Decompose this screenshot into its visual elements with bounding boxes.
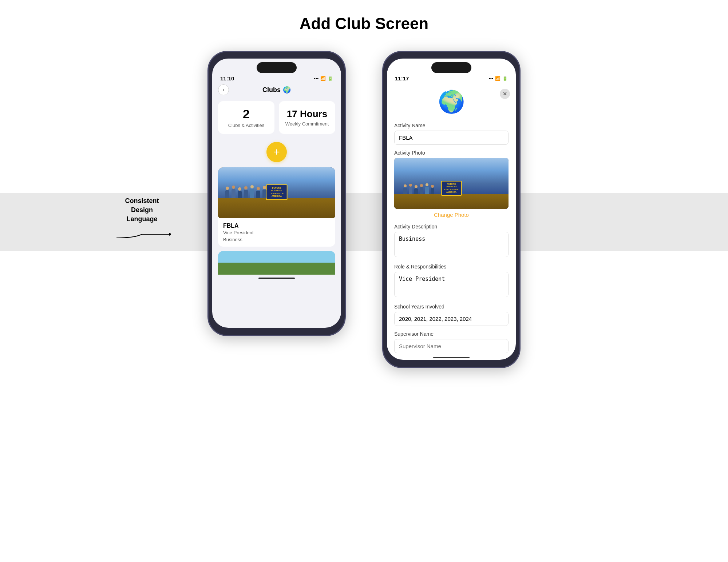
people-group-right [403,183,434,194]
add-button-container: + [212,138,341,167]
school-years-label: School Years Involved [394,304,509,310]
club-photo-left: FUTURE BUSINESS LEADERS OF AMERICA [218,167,335,218]
close-button[interactable]: ✕ [500,89,510,99]
role-input[interactable]: Vice President [394,272,509,297]
signal-icon-right: ▪▪▪ [488,76,493,81]
floor [218,198,335,218]
club-category: Business [223,237,330,242]
banner-line2: BUSINESS [270,190,284,192]
wifi-icon-right: 📶 [495,76,500,81]
hours-number: 17 Hours [287,108,327,120]
supervisor-name-label: Supervisor Name [394,331,509,337]
fbla-banner-right: FUTURE BUSINESS LEADERS OF AMERICA [441,181,462,196]
plus-icon: + [273,146,280,158]
activity-description-input[interactable]: Business [394,232,509,257]
right-phone-wrapper: 11:17 ▪▪▪ 📶 🔋 🌍 ✕ Activity Name [382,51,521,368]
clubs-stat-card: 2 Clubs & Activities [218,101,274,134]
activity-name-label: Activity Name [394,123,509,128]
add-club-form: Activity Name Activity Photo FUTURE BUSI… [387,123,516,353]
svg-marker-0 [169,233,171,236]
club-role: Vice President [223,230,330,235]
floor-right [394,194,509,209]
banner-line3: LEADERS OF [270,192,284,195]
nav-bar-left: ‹ Clubs 🌍 [212,83,341,97]
hours-label: Weekly Commitment [285,121,329,127]
banner-line4: AMERICA [270,195,284,198]
role-label: Role & Responsibilities [394,264,509,270]
club-name: FBLA [223,223,330,229]
signal-icon: ▪▪▪ [314,76,318,81]
status-icons-right: ▪▪▪ 📶 🔋 [488,76,508,81]
dynamic-island-right [431,62,471,73]
phones-container: ConsistentDesignLanguage 11:10 ▪▪▪ 📶 [0,51,728,368]
wifi-icon: 📶 [320,76,326,81]
nav-title-text: Clubs [262,86,281,94]
globe-emoji-nav: 🌍 [283,86,291,94]
battery-icon-right: 🔋 [502,76,508,81]
club-card-fbla[interactable]: FUTURE BUSINESS LEADERS OF AMERICA [218,167,335,247]
bottom-image-teaser [218,251,335,275]
arrow-svg [113,227,171,242]
activity-photo-label: Activity Photo [394,150,509,156]
home-bar [258,278,295,279]
hours-stat-card: 17 Hours Weekly Commitment [279,101,335,134]
clubs-label: Clubs & Activities [228,123,265,128]
club-info: FBLA Vice President Business [218,218,335,247]
nav-title: Clubs 🌍 [262,86,291,94]
school-years-input[interactable] [394,312,509,326]
status-icons-left: ▪▪▪ 📶 🔋 [314,76,333,81]
add-club-button[interactable]: + [266,142,287,162]
dynamic-island-left [257,62,297,73]
phone-left-screen: 11:10 ▪▪▪ 📶 🔋 ‹ Clubs 🌍 [212,59,341,328]
globe-icon: 🌍 [438,89,465,115]
annotation-text: ConsistentDesignLanguage [125,196,159,224]
activity-photo-preview: FUTURE BUSINESS LEADERS OF AMERICA [394,158,509,209]
page-title: Add Club Screen [300,15,429,33]
phone-left: 11:10 ▪▪▪ 📶 🔋 ‹ Clubs 🌍 [207,51,346,336]
time-right: 11:17 [395,75,409,81]
banner-line1: FUTURE [270,187,284,190]
home-bar-right [433,357,470,358]
phone-right: 11:17 ▪▪▪ 📶 🔋 🌍 ✕ Activity Name [382,51,521,368]
supervisor-name-input[interactable] [394,339,509,353]
stats-row: 2 Clubs & Activities 17 Hours Weekly Com… [212,97,341,138]
annotation-arrow [113,227,171,242]
people-group [225,185,266,198]
phone-right-screen: 11:17 ▪▪▪ 📶 🔋 🌍 ✕ Activity Name [387,59,516,360]
home-indicator-right [387,353,516,360]
globe-header: 🌍 ✕ [387,83,516,117]
status-bar-left: 11:10 ▪▪▪ 📶 🔋 [212,73,341,83]
back-button[interactable]: ‹ [218,84,229,95]
activity-name-input[interactable] [394,131,509,145]
clubs-number: 2 [243,107,250,121]
battery-icon: 🔋 [328,76,333,81]
time-left: 11:10 [220,75,234,81]
fbla-banner: FUTURE BUSINESS LEADERS OF AMERICA [266,184,288,200]
change-photo-button[interactable]: Change Photo [394,209,509,219]
home-indicator-left [212,275,341,280]
activity-description-label: Activity Description [394,224,509,230]
annotation: ConsistentDesignLanguage [113,196,171,242]
status-bar-right: 11:17 ▪▪▪ 📶 🔋 [387,73,516,83]
left-phone-wrapper: ConsistentDesignLanguage 11:10 ▪▪▪ 📶 [207,51,346,336]
